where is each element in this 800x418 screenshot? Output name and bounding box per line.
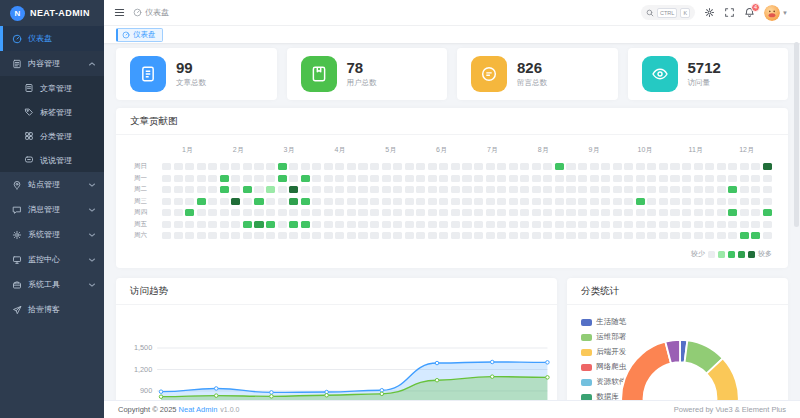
heatmap-cell xyxy=(358,198,367,205)
sidebar-item-message[interactable]: 消息管理 xyxy=(0,197,104,222)
logo[interactable]: N NEAT-ADMIN xyxy=(0,0,104,26)
heatmap-cell xyxy=(694,209,703,216)
heatmap-cell xyxy=(705,175,714,182)
heatmap-cell xyxy=(220,163,229,170)
tab-dashboard[interactable]: 仪表盘 xyxy=(116,28,163,42)
heatmap-cell xyxy=(728,198,737,205)
chevron-down-icon xyxy=(88,181,96,189)
heatmap-day-label: 周一 xyxy=(132,174,162,183)
heatmap-cell xyxy=(382,186,391,193)
card-title: 访问趋势 xyxy=(116,278,557,305)
collapse-menu-icon[interactable] xyxy=(114,7,125,18)
heatmap-cell xyxy=(174,232,183,239)
heatmap-cell xyxy=(416,163,425,170)
donut-slice[interactable] xyxy=(622,342,672,400)
heatmap-cell xyxy=(486,163,495,170)
sidebar-item-content[interactable]: 内容管理 xyxy=(0,51,104,76)
heatmap-cell xyxy=(347,232,356,239)
user-menu[interactable]: ▼ xyxy=(764,5,788,21)
sidebar-item-dashboard[interactable]: 仪表盘 xyxy=(0,26,104,51)
heatmap-cell xyxy=(659,163,668,170)
stat-card: 99文章总数 xyxy=(116,48,277,100)
heatmap-cell xyxy=(370,198,379,205)
heatmap-cell xyxy=(231,175,240,182)
heatmap-cell xyxy=(243,221,252,228)
heatmap-cell xyxy=(763,221,772,228)
scrollbar[interactable] xyxy=(794,28,799,396)
heatmap-cell xyxy=(370,221,379,228)
heatmap-cell xyxy=(705,198,714,205)
stat-value: 99 xyxy=(176,60,206,76)
sidebar-item-tools[interactable]: 系统工具 xyxy=(0,272,104,297)
heatmap-cell xyxy=(520,209,529,216)
sidebar-item-label: 监控中心 xyxy=(28,254,82,265)
heatmap-cell xyxy=(624,163,633,170)
heatmap-month-label: 9月 xyxy=(569,145,620,155)
heatmap-cell xyxy=(335,232,344,239)
heatmap-cell xyxy=(647,163,656,170)
heatmap-cell xyxy=(370,175,379,182)
heatmap-cell xyxy=(197,175,206,182)
heatmap-cell xyxy=(555,232,564,239)
heatmap-cell xyxy=(185,221,194,228)
heatmap-cell xyxy=(728,221,737,228)
settings-gear-icon[interactable] xyxy=(704,7,715,18)
heatmap-cell xyxy=(358,221,367,228)
heatmap-cell xyxy=(497,232,506,239)
legend-more-label: 较多 xyxy=(758,249,772,259)
sidebar-item-label: 文章管理 xyxy=(40,83,96,94)
heatmap-cell xyxy=(278,209,287,216)
heatmap-cell xyxy=(231,198,240,205)
sidebar-item-category[interactable]: 分类管理 xyxy=(0,124,104,148)
heatmap-cell xyxy=(763,198,772,205)
sidebar-item-monitor[interactable]: 监控中心 xyxy=(0,247,104,272)
heatmap-cell xyxy=(682,198,691,205)
heatmap-cell xyxy=(278,232,287,239)
heatmap-cell xyxy=(590,163,599,170)
trend-card: 访问趋势 1,5001,200900 xyxy=(116,278,557,400)
notifications-button[interactable]: 4 xyxy=(744,7,755,18)
fullscreen-icon[interactable] xyxy=(724,7,735,18)
sidebar-item-blog[interactable]: 拾壹博客 xyxy=(0,297,104,322)
search-input[interactable]: CTRL K xyxy=(641,5,695,20)
main-area: 仪表盘 CTRL K 4 ▼ xyxy=(104,0,800,418)
heatmap-cell xyxy=(312,232,321,239)
sidebar-item-site[interactable]: 站点管理 xyxy=(0,172,104,197)
sidebar-item-system[interactable]: 系统管理 xyxy=(0,222,104,247)
contribution-card: 文章贡献图 1月2月3月4月5月6月7月8月9月10月11月12月 周日周一周二… xyxy=(116,108,788,268)
heatmap-cell xyxy=(497,175,506,182)
heatmap-cell xyxy=(358,232,367,239)
sidebar-item-talk[interactable]: 说说管理 xyxy=(0,148,104,172)
content: 99文章总数78用户总数826留言总数5712访问量 文章贡献图 1月2月3月4… xyxy=(104,43,800,400)
heatmap-cell xyxy=(520,186,529,193)
heatmap-cell xyxy=(254,175,263,182)
heatmap-cell xyxy=(509,221,518,228)
heatmap-cell xyxy=(555,163,564,170)
svg-text:1,200: 1,200 xyxy=(134,365,152,374)
heatmap-cell xyxy=(162,175,171,182)
heatmap-cell xyxy=(416,175,425,182)
heatmap-cell xyxy=(220,186,229,193)
heatmap-cell xyxy=(254,221,263,228)
heatmap-cell xyxy=(405,175,414,182)
scrollbar-thumb[interactable] xyxy=(794,42,799,227)
heatmap-cell xyxy=(509,198,518,205)
heatmap-cell xyxy=(705,209,714,216)
heatmap-cell xyxy=(751,232,760,239)
legend-less-label: 较少 xyxy=(691,249,705,259)
heatmap-cell xyxy=(474,198,483,205)
heatmap-month-label: 7月 xyxy=(467,145,518,155)
heatmap-cell xyxy=(728,163,737,170)
sidebar-item-article[interactable]: 文章管理 xyxy=(0,76,104,100)
heatmap-cell xyxy=(462,163,471,170)
heatmap-cell xyxy=(613,221,622,228)
sidebar-item-tag[interactable]: 标签管理 xyxy=(0,100,104,124)
article-icon xyxy=(24,83,34,93)
heatmap-cell xyxy=(555,221,564,228)
heatmap-cell xyxy=(682,186,691,193)
chevron-up-icon xyxy=(88,60,96,68)
heatmap-cell xyxy=(728,209,737,216)
footer: Copyright © 2025 Neat Adminv1.0.0 Powere… xyxy=(104,400,800,418)
brand-link[interactable]: Neat Admin xyxy=(179,405,218,414)
heatmap-cell xyxy=(694,186,703,193)
